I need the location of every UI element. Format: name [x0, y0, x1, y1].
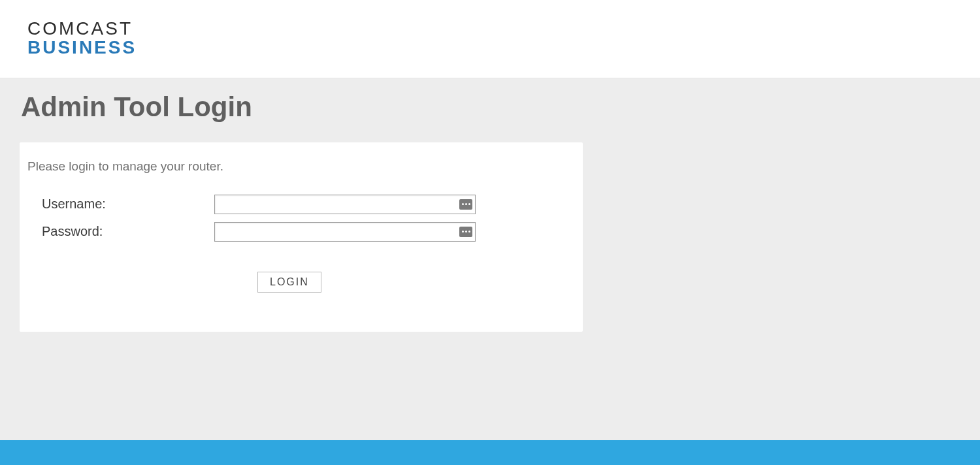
password-row: Password:	[31, 222, 571, 242]
brand-name-line2: BUSINESS	[27, 38, 137, 58]
username-input[interactable]	[214, 195, 476, 214]
login-button-row: LOGIN	[31, 272, 571, 293]
instruction-text: Please login to manage your router.	[27, 159, 571, 174]
autofill-icon[interactable]	[459, 227, 472, 237]
username-row: Username:	[31, 195, 571, 214]
password-label: Password:	[31, 224, 214, 239]
brand-name-line1: COMCAST	[27, 20, 137, 38]
login-button[interactable]: LOGIN	[257, 272, 321, 293]
header: COMCAST BUSINESS	[0, 0, 980, 78]
page-title: Admin Tool Login	[21, 91, 960, 123]
username-input-wrap	[214, 195, 476, 214]
login-panel: Please login to manage your router. User…	[20, 142, 583, 332]
password-input-wrap	[214, 222, 476, 242]
content-area: Admin Tool Login Please login to manage …	[0, 78, 980, 345]
username-label: Username:	[31, 197, 214, 212]
autofill-icon[interactable]	[459, 199, 472, 210]
password-input[interactable]	[214, 222, 476, 242]
brand-logo: COMCAST BUSINESS	[27, 20, 137, 58]
footer-bar	[0, 440, 980, 465]
